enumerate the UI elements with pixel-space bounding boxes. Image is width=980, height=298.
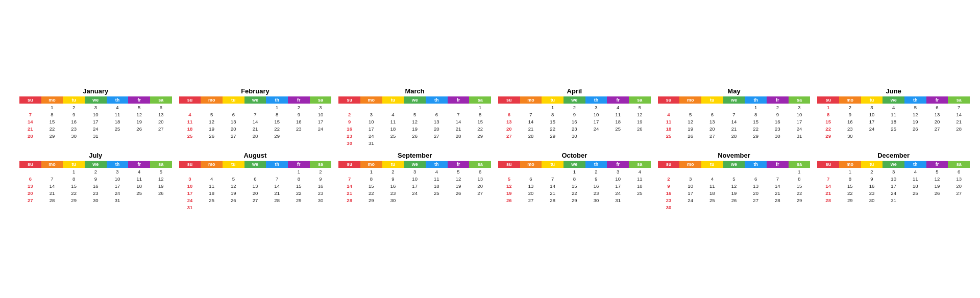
day-cell: 20 bbox=[926, 118, 948, 125]
day-cell bbox=[723, 204, 745, 211]
week-row: 21222324252627 bbox=[338, 189, 491, 196]
day-cell: 13 bbox=[150, 111, 172, 118]
day-cell: 31 bbox=[360, 139, 382, 146]
day-cell: 24 bbox=[85, 125, 107, 132]
week-row: 1234567 bbox=[817, 104, 970, 111]
day-cell: 19 bbox=[904, 118, 926, 125]
day-cell: 9 bbox=[310, 175, 332, 182]
day-cell: 6 bbox=[19, 175, 41, 182]
month-table: sumotuwethfrsa12345678910111213141516171… bbox=[658, 96, 811, 139]
day-cell: 13 bbox=[426, 118, 448, 125]
day-cell: 4 bbox=[629, 168, 651, 175]
day-cell: 17 bbox=[883, 182, 904, 189]
week-row: 9101112131415 bbox=[338, 118, 491, 125]
day-cell: 30 bbox=[382, 196, 404, 204]
week-row: 18192021222324 bbox=[658, 125, 811, 132]
day-cell: 7 bbox=[41, 175, 63, 182]
day-cell: 20 bbox=[150, 118, 172, 125]
day-header-su: su bbox=[498, 96, 520, 104]
week-row: 23242526272829 bbox=[658, 196, 811, 204]
day-cell: 18 bbox=[701, 189, 723, 196]
day-cell: 29 bbox=[564, 196, 585, 204]
day-cell: 7 bbox=[244, 111, 266, 118]
day-cell: 11 bbox=[426, 175, 448, 182]
day-cell: 1 bbox=[542, 104, 564, 111]
day-cell: 14 bbox=[448, 118, 470, 125]
day-cell: 23 bbox=[288, 125, 310, 132]
month-table: sumotuwethfrsa12345678910111213141516171… bbox=[338, 96, 491, 146]
day-cell: 23 bbox=[85, 189, 107, 196]
day-header-su: su bbox=[179, 96, 201, 104]
day-cell: 12 bbox=[904, 111, 926, 118]
week-row: 123456 bbox=[817, 168, 970, 175]
day-cell: 18 bbox=[179, 125, 201, 132]
week-row: 25262728293031 bbox=[658, 132, 811, 139]
month-table: sumotuwethfrsa12345678910111213141516171… bbox=[338, 161, 491, 204]
day-cell: 30 bbox=[338, 139, 360, 146]
week-row: 567891011 bbox=[498, 175, 651, 182]
day-cell bbox=[310, 204, 332, 211]
day-cell: 7 bbox=[542, 175, 564, 182]
day-cell: 30 bbox=[658, 204, 680, 211]
day-cell: 1 bbox=[564, 168, 585, 175]
day-cell: 13 bbox=[520, 182, 542, 189]
day-cell: 1 bbox=[817, 104, 839, 111]
day-cell: 25 bbox=[607, 125, 629, 132]
day-cell: 18 bbox=[107, 118, 129, 125]
day-cell bbox=[679, 168, 701, 175]
day-cell bbox=[310, 132, 332, 139]
day-cell: 7 bbox=[266, 175, 288, 182]
day-header-sa: sa bbox=[310, 161, 332, 168]
day-cell: 10 bbox=[679, 182, 701, 189]
day-cell: 22 bbox=[266, 125, 288, 132]
day-cell: 25 bbox=[107, 125, 129, 132]
day-cell: 9 bbox=[861, 175, 883, 182]
week-row: 15161718192021 bbox=[817, 118, 970, 125]
week-row: 2526272829 bbox=[179, 132, 332, 139]
day-cell: 23 bbox=[338, 132, 360, 139]
day-cell: 3 bbox=[404, 168, 426, 175]
day-header-we: we bbox=[404, 161, 426, 168]
day-cell: 7 bbox=[19, 111, 41, 118]
day-cell: 26 bbox=[128, 125, 150, 132]
month-name: March bbox=[338, 87, 491, 95]
day-cell: 3 bbox=[607, 168, 629, 175]
day-cell: 15 bbox=[817, 118, 839, 125]
day-cell: 22 bbox=[469, 125, 491, 132]
day-cell: 17 bbox=[607, 182, 629, 189]
day-header-mo: mo bbox=[201, 96, 223, 104]
week-row: 17181920212223 bbox=[179, 189, 332, 196]
week-row: 1 bbox=[338, 104, 491, 111]
day-cell: 29 bbox=[839, 196, 861, 204]
day-cell: 14 bbox=[41, 182, 63, 189]
day-cell: 25 bbox=[201, 196, 223, 204]
day-cell: 23 bbox=[310, 189, 332, 196]
day-cell bbox=[789, 204, 811, 211]
day-cell bbox=[404, 104, 426, 111]
day-cell: 25 bbox=[658, 132, 680, 139]
day-cell bbox=[520, 104, 542, 111]
day-cell: 17 bbox=[360, 125, 382, 132]
day-cell: 24 bbox=[107, 189, 129, 196]
day-cell: 27 bbox=[948, 189, 970, 196]
day-header-mo: mo bbox=[360, 96, 382, 104]
day-cell: 24 bbox=[585, 125, 607, 132]
day-header-sa: sa bbox=[150, 96, 172, 104]
day-cell bbox=[767, 168, 789, 175]
day-header-fr: fr bbox=[926, 96, 948, 104]
day-cell: 21 bbox=[244, 125, 266, 132]
day-cell: 5 bbox=[679, 111, 701, 118]
week-row: 20212223242526 bbox=[498, 125, 651, 132]
day-cell: 10 bbox=[789, 111, 811, 118]
day-cell bbox=[585, 132, 607, 139]
day-header-th: th bbox=[904, 96, 926, 104]
day-cell: 27 bbox=[498, 132, 520, 139]
day-cell bbox=[629, 196, 651, 204]
day-cell bbox=[723, 104, 745, 111]
day-header-su: su bbox=[817, 161, 839, 168]
day-cell: 23 bbox=[658, 196, 680, 204]
day-cell: 3 bbox=[679, 175, 701, 182]
day-cell: 10 bbox=[607, 175, 629, 182]
day-cell: 18 bbox=[128, 182, 150, 189]
day-header-th: th bbox=[266, 161, 288, 168]
